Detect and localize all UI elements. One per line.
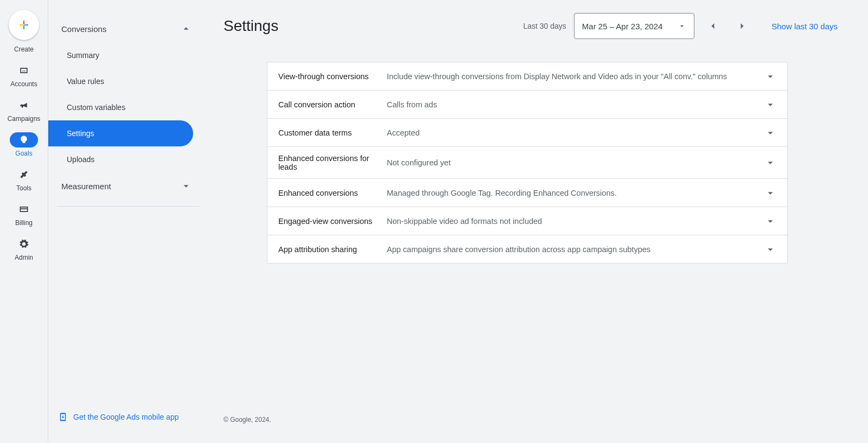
plus-icon: [17, 18, 30, 31]
date-range-picker[interactable]: Mar 25 – Apr 23, 2024: [574, 13, 694, 39]
rail-item-campaigns[interactable]: Campaigns: [0, 98, 48, 123]
copyright: © Google, 2024.: [224, 416, 271, 423]
sidebar-section-label: Measurement: [61, 182, 111, 191]
settings-row-app-attribution[interactable]: App attribution sharing App campaigns sh…: [267, 235, 787, 264]
settings-row-label: App attribution sharing: [278, 245, 387, 254]
chevron-down-icon: [180, 180, 192, 192]
sidebar-section-measurement[interactable]: Measurement: [48, 172, 208, 200]
chevron-down-icon: [764, 243, 776, 255]
create-label: Create: [14, 46, 34, 53]
billing-icon: [10, 202, 38, 217]
sidebar-section-label: Conversions: [61, 24, 106, 34]
settings-row-enhanced-conversions[interactable]: Enhanced conversions Managed through Goo…: [267, 179, 787, 207]
sidebar-section-conversions[interactable]: Conversions: [48, 15, 208, 42]
rail-label: Goals: [15, 150, 32, 157]
sidebar-item-label: Custom variables: [67, 103, 125, 112]
sidebar-item-custom-variables[interactable]: Custom variables: [48, 94, 193, 120]
settings-row-enhanced-leads[interactable]: Enhanced conversions for leads Not confi…: [267, 147, 787, 179]
sidebar-item-label: Uploads: [67, 155, 94, 164]
chevron-down-icon: [764, 215, 776, 227]
sidebar-item-value-rules[interactable]: Value rules: [48, 68, 193, 94]
date-controls: Last 30 days Mar 25 – Apr 23, 2024 Show …: [523, 13, 838, 39]
settings-row-value: Not configured yet: [387, 158, 764, 167]
settings-row-value: Include view-through conversions from Di…: [387, 72, 764, 81]
settings-row-label: View-through conversions: [278, 72, 387, 81]
sidebar-item-settings[interactable]: Settings: [48, 120, 193, 146]
settings-row-label: Customer data terms: [278, 129, 387, 137]
sidebar-item-label: Summary: [67, 51, 99, 60]
rail-item-tools[interactable]: Tools: [0, 167, 48, 192]
rail-label: Campaigns: [8, 115, 41, 123]
rail-label: Admin: [15, 254, 33, 261]
rail-item-admin[interactable]: Admin: [0, 236, 48, 261]
sidebar-item-label: Value rules: [67, 77, 104, 86]
chevron-down-icon: [764, 187, 776, 199]
header-row: Settings Last 30 days Mar 25 – Apr 23, 2…: [224, 13, 838, 39]
rail-item-accounts[interactable]: Accounts: [0, 63, 48, 88]
settings-row-engaged-view[interactable]: Engaged-view conversions Non-skippable v…: [267, 207, 787, 235]
main-content: Settings Last 30 days Mar 25 – Apr 23, 2…: [208, 0, 868, 443]
chevron-up-icon: [180, 23, 192, 35]
date-range-label: Last 30 days: [523, 22, 566, 30]
admin-icon: [10, 236, 38, 252]
divider: [57, 206, 200, 207]
tools-icon: [10, 167, 38, 182]
mobile-app-link[interactable]: Get the Google Ads mobile app: [58, 410, 179, 423]
rail-item-goals[interactable]: Goals: [0, 132, 48, 157]
chevron-down-icon: [764, 127, 776, 139]
settings-row-label: Call conversion action: [278, 100, 387, 109]
sidebar-item-uploads[interactable]: Uploads: [48, 146, 193, 172]
mobile-icon: [58, 410, 68, 423]
rail-item-billing[interactable]: Billing: [0, 202, 48, 227]
settings-row-value: Managed through Google Tag. Recording En…: [387, 189, 764, 197]
rail-label: Billing: [15, 219, 33, 227]
chevron-down-icon: [764, 70, 776, 82]
rail-label: Tools: [16, 184, 31, 192]
settings-row-label: Enhanced conversions for leads: [278, 154, 387, 171]
chevron-down-icon: [764, 157, 776, 169]
show-last-link[interactable]: Show last 30 days: [771, 22, 838, 31]
chevron-right-icon: [737, 21, 748, 31]
date-range-value: Mar 25 – Apr 23, 2024: [582, 22, 662, 31]
campaigns-icon: [10, 98, 38, 113]
settings-row-call-conversion[interactable]: Call conversion action Calls from ads: [267, 91, 787, 119]
left-rail: Create Accounts Campaigns Goals Tools Bi…: [0, 0, 48, 443]
settings-row-label: Engaged-view conversions: [278, 217, 387, 226]
sidebar: Conversions Summary Value rules Custom v…: [48, 0, 208, 443]
settings-row-value: Accepted: [387, 129, 764, 137]
settings-row-value: Non-skippable video ad formats not inclu…: [387, 217, 764, 226]
goals-icon: [10, 132, 38, 147]
dropdown-icon: [678, 22, 686, 30]
rail-label: Accounts: [10, 80, 37, 88]
settings-row-customer-data[interactable]: Customer data terms Accepted: [267, 119, 787, 147]
date-next-button[interactable]: [731, 15, 753, 37]
page-title: Settings: [224, 17, 278, 35]
settings-row-view-through[interactable]: View-through conversions Include view-th…: [267, 62, 787, 91]
accounts-icon: [10, 63, 38, 78]
create-button[interactable]: [9, 10, 39, 40]
sidebar-item-label: Settings: [67, 129, 94, 138]
date-prev-button[interactable]: [702, 15, 724, 37]
sidebar-item-summary[interactable]: Summary: [48, 42, 193, 68]
settings-row-value: Calls from ads: [387, 100, 764, 109]
chevron-left-icon: [707, 21, 718, 31]
mobile-app-label: Get the Google Ads mobile app: [73, 413, 179, 421]
settings-row-value: App campaigns share conversion attributi…: [387, 245, 764, 254]
settings-table: View-through conversions Include view-th…: [267, 62, 788, 264]
settings-row-label: Enhanced conversions: [278, 189, 387, 197]
chevron-down-icon: [764, 99, 776, 111]
